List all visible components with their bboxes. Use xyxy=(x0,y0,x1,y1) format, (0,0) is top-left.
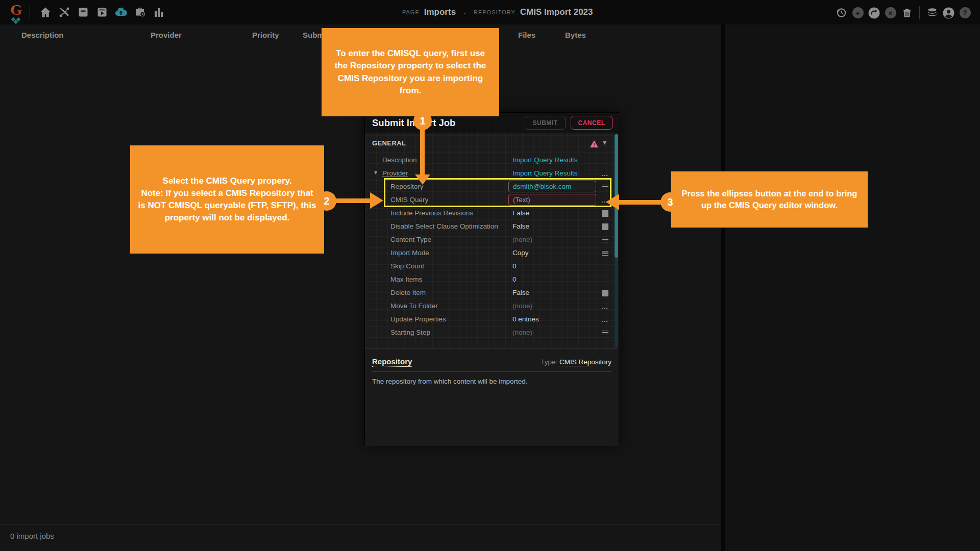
database-icon[interactable] xyxy=(926,7,938,19)
property-value[interactable]: Import Query Results xyxy=(512,156,578,164)
property-label: Max Items xyxy=(390,276,422,283)
property-label: Import Mode xyxy=(390,249,429,257)
callout-2-arrow-stem xyxy=(334,198,370,203)
checkbox[interactable] xyxy=(598,220,611,233)
property-value: (none) xyxy=(512,236,532,243)
section-header-general[interactable]: GENERAL xyxy=(372,139,406,147)
property-value: False xyxy=(512,289,529,296)
property-value[interactable]: Import Query Results xyxy=(512,169,578,177)
property-value: 0 entries xyxy=(512,315,539,323)
help-property-name: Repository xyxy=(372,357,412,367)
property-row-starting-step[interactable]: Starting Step(none) xyxy=(371,326,612,339)
archive-icon[interactable] xyxy=(77,6,90,19)
cloud-upload-icon[interactable] xyxy=(114,6,128,19)
column-header-priority[interactable]: Priority xyxy=(252,31,279,39)
property-label: Update Properties xyxy=(390,315,446,323)
menu-icon[interactable] xyxy=(598,246,611,260)
property-label: Delete Item xyxy=(390,289,426,296)
submit-button[interactable]: SUBMIT xyxy=(525,116,566,130)
property-value: 0 xyxy=(512,276,517,283)
chevron-down-icon[interactable]: ▾ xyxy=(603,138,606,146)
property-value: (none) xyxy=(512,329,532,336)
bar-chart-icon[interactable] xyxy=(152,6,165,19)
help-type-label: Type: xyxy=(541,358,557,366)
property-row-import-mode[interactable]: Import ModeCopy xyxy=(371,246,612,260)
help-type-link[interactable]: CMIS Repository xyxy=(559,358,611,366)
callout-2: Select the CMIS Query propery. Note: If … xyxy=(130,145,324,254)
footer-divider xyxy=(0,524,721,524)
callout-2-arrowhead xyxy=(370,192,383,209)
property-label: Starting Step xyxy=(390,329,430,336)
column-header-files[interactable]: Files xyxy=(518,31,535,39)
property-label: Include Previous Revisions xyxy=(390,209,473,217)
callout-3-number-badge: 3 xyxy=(660,192,680,212)
logo-letter: G xyxy=(10,2,22,17)
ellipsis-button[interactable]: ... xyxy=(598,299,611,313)
column-header-bytes[interactable]: Bytes xyxy=(565,31,586,39)
redo-icon[interactable] xyxy=(868,7,880,19)
status-text: 0 import jobs xyxy=(10,532,54,540)
page-value[interactable]: Imports xyxy=(424,7,456,17)
callout-1-arrowhead xyxy=(415,174,430,185)
property-row-include-previous-revisions[interactable]: Include Previous RevisionsFalse xyxy=(371,207,612,220)
topbar-separator xyxy=(30,5,30,19)
property-row-move-to-folder[interactable]: Move To Folder(none)... xyxy=(371,299,612,313)
property-label: Move To Folder xyxy=(390,302,438,310)
callout-1-number-badge: 1 xyxy=(413,112,432,130)
menu-icon[interactable] xyxy=(598,233,611,246)
help-description: The repository from which content will b… xyxy=(372,378,528,385)
property-row-delete-item[interactable]: Delete ItemFalse xyxy=(371,286,612,299)
property-label: Provider xyxy=(382,169,408,177)
pane-divider[interactable] xyxy=(721,24,725,551)
callout-1-arrow-stem xyxy=(420,128,425,174)
callout-3: Press the ellipses button at the end to … xyxy=(671,171,868,228)
property-row-content-type[interactable]: Content Type(none) xyxy=(371,233,612,246)
close-icon[interactable]: × xyxy=(885,7,896,19)
page-label: PAGE xyxy=(402,9,420,15)
property-value: False xyxy=(512,222,529,230)
trash-icon[interactable] xyxy=(901,7,913,19)
property-label: Description xyxy=(382,156,417,164)
property-value: (none) xyxy=(512,302,532,310)
callout-3-arrowhead xyxy=(606,194,619,210)
app-logo[interactable]: G xyxy=(7,2,26,23)
property-row-skip-count[interactable]: Skip Count0 xyxy=(371,260,612,273)
ellipsis-button[interactable]: ... xyxy=(598,313,611,326)
property-row-update-properties[interactable]: Update Properties0 entries... xyxy=(371,313,612,326)
property-row-max-items[interactable]: Max Items0 xyxy=(371,273,612,286)
history-icon[interactable] xyxy=(836,7,847,19)
repository-value[interactable]: CMIS Import 2023 xyxy=(520,7,593,17)
breadcrumb-dot: · xyxy=(463,8,466,17)
column-header-subm[interactable]: Subm xyxy=(303,31,324,39)
add-icon[interactable]: + xyxy=(852,7,864,19)
help-type: Type: CMIS Repository xyxy=(541,358,611,366)
column-header-description[interactable]: Description xyxy=(21,31,64,39)
expand-arrow-icon[interactable]: ▾ xyxy=(374,169,377,176)
briefcase-clock-icon[interactable] xyxy=(133,6,146,19)
warning-icon xyxy=(590,140,599,148)
property-label: Content Type xyxy=(390,236,431,243)
media-box-icon[interactable] xyxy=(95,6,109,19)
callout-1: To enter the CMISQL query, first use the… xyxy=(322,28,499,116)
column-header-provider[interactable]: Provider xyxy=(151,31,182,39)
logo-leaves-icon xyxy=(11,17,21,23)
property-help-panel: Repository Type: CMIS Repository The rep… xyxy=(365,348,619,446)
property-value: 0 xyxy=(512,262,517,270)
account-icon[interactable] xyxy=(943,7,954,19)
property-label: Skip Count xyxy=(390,262,424,270)
right-panel xyxy=(725,24,980,551)
help-divider xyxy=(372,371,611,372)
property-row-disable-select-clause-optimization[interactable]: Disable Select Clause OptimizationFalse xyxy=(371,220,612,233)
repository-label: REPOSITORY xyxy=(474,9,516,15)
property-row-description[interactable]: DescriptionImport Query Results xyxy=(371,154,612,167)
property-value: Copy xyxy=(512,249,529,257)
breadcrumb: PAGE Imports · REPOSITORY CMIS Import 20… xyxy=(402,0,593,24)
property-label: Disable Select Clause Optimization xyxy=(390,222,498,230)
home-icon[interactable] xyxy=(39,6,52,19)
tools-icon[interactable] xyxy=(58,6,71,19)
menu-icon[interactable] xyxy=(598,326,611,339)
help-icon[interactable]: ? xyxy=(959,7,971,19)
cancel-button[interactable]: CANCEL xyxy=(571,116,612,130)
checkbox[interactable] xyxy=(598,286,611,299)
top-bar: G PAGE Imports · REPOSITORY CMIS Import … xyxy=(0,0,980,24)
